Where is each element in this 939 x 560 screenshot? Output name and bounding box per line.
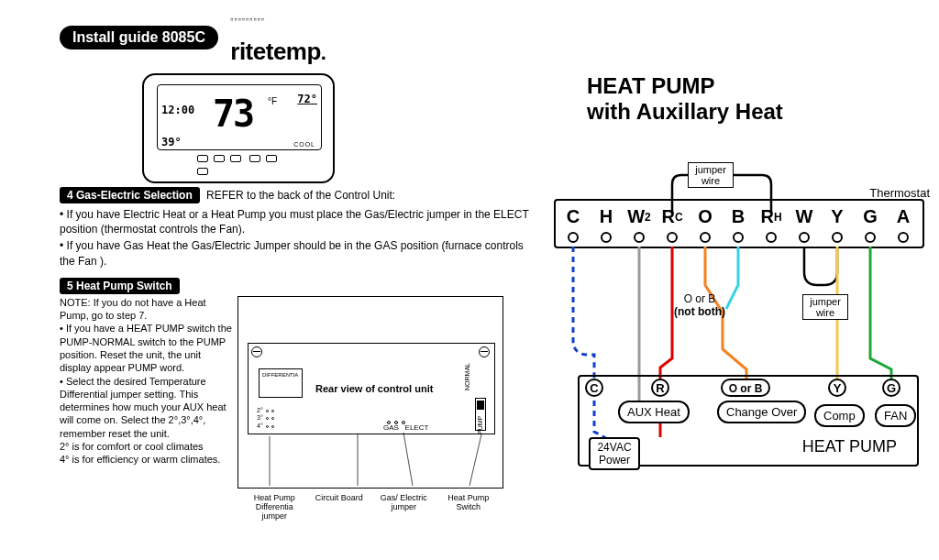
rear-callouts: Heat Pump Differentia jumper Circuit Boa… xyxy=(238,493,504,521)
differential-label: DIFFERENTIA xyxy=(262,372,298,378)
gas-elect-labels: GAS ELECT xyxy=(383,423,428,432)
rear-view-diagram: Rear view of control unit DIFFERENTIA 2°… xyxy=(238,296,503,489)
mode-label: COOL xyxy=(293,141,315,148)
circ-OorB: O or B xyxy=(721,379,770,397)
section-4-pill: 4 Gas-Electric Selection xyxy=(60,187,200,203)
bubble-24vac: 24VACPower xyxy=(589,437,640,470)
section-5-pill: 5 Heat Pump Switch xyxy=(60,278,180,294)
bubble-aux-heat: AUX Heat xyxy=(618,401,690,423)
svg-line-2 xyxy=(403,433,413,486)
screw-icon xyxy=(251,346,262,357)
screw-icon xyxy=(479,346,490,357)
guide-title-pill: Install guide 8085C xyxy=(60,26,218,49)
clock-readout: 12:00 xyxy=(161,104,194,116)
sec5-b1: If you have a HEAT PUMP switch the PUMP-… xyxy=(60,322,234,374)
pump-label: PUMP xyxy=(477,416,483,434)
heat-pump-title: HEAT PUMPwith Auxillary Heat xyxy=(587,73,935,124)
header: Install guide 8085C ▫▫▫▫▫▫▫▫▫ ritetemp. xyxy=(60,9,536,66)
sec5-b2a: Select the desired Temperature Different… xyxy=(60,375,234,440)
brand-logo: ▫▫▫▫▫▫▫▫▫ ritetemp. xyxy=(230,9,326,66)
sec5-note: NOTE: If you do not have a Heat Pump, go… xyxy=(60,296,234,323)
sec4-bullet-2: If you have Gas Heat the Gas/Electric Ju… xyxy=(60,238,536,268)
sec4-bullet-1: If you have Electric Heat or a Heat Pump… xyxy=(60,207,536,236)
bubble-comp: Comp xyxy=(814,404,865,427)
temp-unit: °F xyxy=(268,96,277,106)
gas-elect-jumper xyxy=(385,414,414,422)
thermostat-buttons xyxy=(194,152,295,178)
jumper-wire-label-bot: jumper wire xyxy=(802,294,848,320)
temp-readout: 73 xyxy=(213,93,253,135)
sec5-b2b: 2° is for comfort or cool climates xyxy=(60,440,234,453)
differential-pins: 2° 3° 4° xyxy=(257,407,274,430)
heat-pump-label: HEAT PUMP xyxy=(802,437,897,456)
thermostat-illustration: 12:00 73 °F 39° 72° COOL xyxy=(142,73,536,183)
svg-line-3 xyxy=(470,434,481,486)
bubble-change-over: Change Over xyxy=(717,401,806,423)
bubble-fan: FAN xyxy=(875,404,916,427)
section-4: 4 Gas-Electric Selection REFER to the ba… xyxy=(60,187,536,269)
o-or-b-note: O or B(not both) xyxy=(668,292,732,318)
setpoint-readout: 72° xyxy=(297,93,317,105)
humidity-readout: 39° xyxy=(161,136,182,148)
brand-dots: ▫▫▫▫▫▫▫▫▫ xyxy=(230,15,265,24)
sec5-b2c: 4° is for efficiency or warm climates. xyxy=(60,453,234,466)
wiring-diagram: jumper wire Thermostat C H W2 RC O B RH … xyxy=(550,129,935,514)
section-5: 5 Heat Pump Switch NOTE: If you do not h… xyxy=(60,278,536,489)
section-4-refer: REFER to the back of the Control Unit: xyxy=(206,189,395,202)
rear-view-title: Rear view of control unit xyxy=(315,383,433,394)
pump-normal-label: NORMAL xyxy=(464,363,470,390)
